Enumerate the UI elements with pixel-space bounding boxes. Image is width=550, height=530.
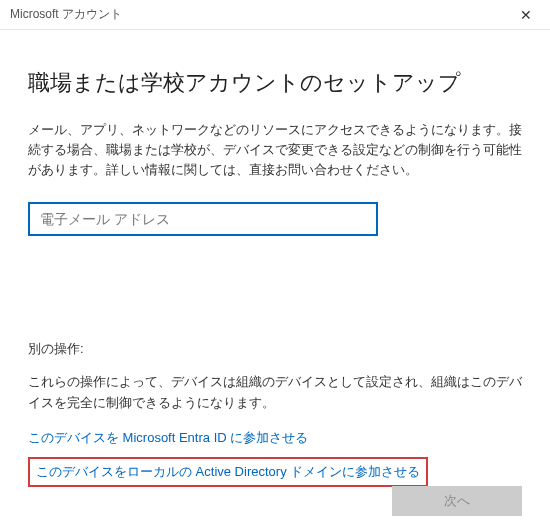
- page-title: 職場または学校アカウントのセットアップ: [28, 68, 522, 98]
- intro-description: メール、アプリ、ネットワークなどのリソースにアクセスできるようになります。接続す…: [28, 120, 522, 180]
- link-join-local-ad-domain[interactable]: このデバイスをローカルの Active Directory ドメインに参加させる: [36, 463, 420, 481]
- footer: 次へ: [392, 486, 522, 516]
- content-area: 職場または学校アカウントのセットアップ メール、アプリ、ネットワークなどのリソー…: [0, 30, 550, 487]
- link-join-entra-id[interactable]: このデバイスを Microsoft Entra ID に参加させる: [28, 429, 522, 447]
- highlighted-link-frame: このデバイスをローカルの Active Directory ドメインに参加させる: [28, 457, 428, 487]
- title-text: Microsoft アカウント: [10, 6, 122, 23]
- next-button[interactable]: 次へ: [392, 486, 522, 516]
- titlebar: Microsoft アカウント ✕: [0, 0, 550, 30]
- close-button[interactable]: ✕: [510, 2, 542, 28]
- alternative-actions-label: 別の操作:: [28, 340, 522, 358]
- alternative-actions-section: 別の操作: これらの操作によって、デバイスは組織のデバイスとして設定され、組織は…: [28, 340, 522, 486]
- alternative-actions-description: これらの操作によって、デバイスは組織のデバイスとして設定され、組織はこのデバイス…: [28, 372, 522, 412]
- close-icon: ✕: [520, 7, 532, 23]
- email-input[interactable]: [28, 202, 378, 236]
